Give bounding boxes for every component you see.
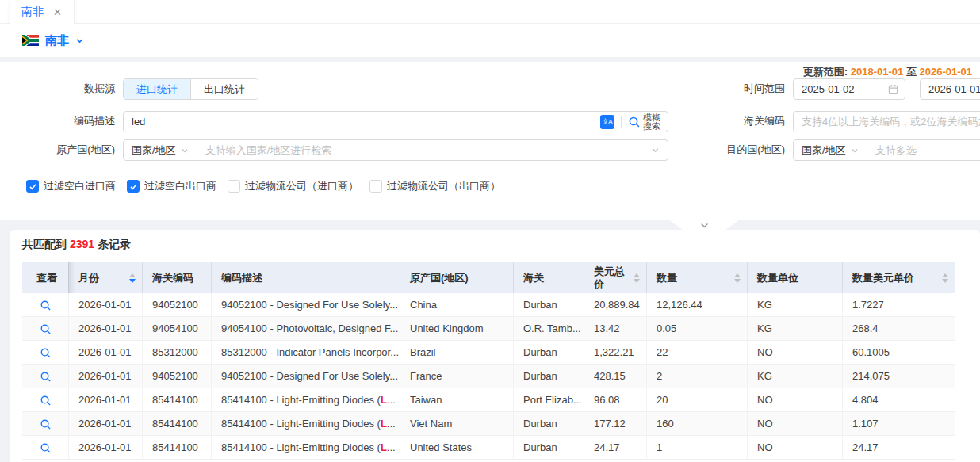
view-cell [22, 436, 69, 460]
cell-unit-price: 1.107 [843, 412, 955, 436]
calendar-icon [888, 84, 898, 94]
view-row-button[interactable] [40, 347, 52, 359]
checkbox-group: 过滤空白进口商过滤空白出口商过滤物流公司（进口商）过滤物流公司（出口商） [26, 179, 500, 193]
cell-hs-code: 85312000 [143, 341, 212, 365]
checkbox-icon[interactable] [228, 180, 240, 193]
view-row-button[interactable] [40, 300, 52, 311]
view-row-button[interactable] [40, 395, 52, 407]
hs-code-field[interactable] [794, 116, 980, 128]
cell-unit-price: 268.4 [843, 317, 955, 341]
chevron-down-icon[interactable] [75, 36, 84, 45]
column-header-1[interactable]: 月份 [69, 262, 143, 293]
cell-hs-code: 94052100 [143, 365, 212, 388]
column-header-9[interactable]: 数量美元单价 [843, 262, 955, 293]
origin-label: 原产国(地区) [0, 139, 115, 160]
chevron-down-icon [181, 147, 189, 155]
code-desc-label: 编码描述 [0, 111, 115, 132]
table-row: 2026-01-018541410085414100 - Light-Emitt… [22, 388, 955, 412]
fuzzy-search-button[interactable]: 模糊搜索 [628, 113, 668, 131]
cell-month: 2026-01-01 [69, 293, 143, 317]
cell-unit-price: 4.804 [843, 388, 955, 412]
filter-panel: 更新范围: 2018-01-01 至 2026-01-01 数据源 进口统计 出… [0, 62, 980, 220]
country-title[interactable]: 南非 [45, 33, 69, 48]
cell-customs: Port Elizab... [514, 388, 584, 412]
app-window: 南非 ✕ 南非 更新范围: 2018-01-01 至 2026-01-01 数据… [0, 0, 980, 462]
cell-unit: KG [748, 293, 843, 317]
hs-code-input[interactable] [793, 111, 980, 132]
checkbox-item-3[interactable]: 过滤物流公司（出口商） [369, 179, 500, 193]
cell-unit: NO [748, 388, 843, 412]
cell-quantity: 2 [647, 365, 748, 388]
page-header: 南非 [0, 24, 980, 57]
code-desc-input[interactable] [124, 116, 600, 128]
cell-quantity: 12,126.44 [647, 293, 748, 317]
view-cell [22, 388, 69, 412]
date-start-input[interactable] [793, 78, 905, 100]
view-cell [22, 293, 69, 317]
cell-customs: Durban [514, 436, 584, 460]
view-row-button[interactable] [40, 442, 52, 454]
sort-control[interactable] [629, 273, 640, 283]
update-range: 更新范围: 2018-01-01 至 2026-01-01 [803, 65, 972, 79]
origin-search-placeholder[interactable]: 支持输入国家/地区进行检索 [197, 143, 651, 158]
column-header-4: 原产国(地区) [400, 262, 514, 293]
table-row: 2026-01-019405410094054100 - Photovoltai… [22, 317, 955, 341]
cell-description: 85414100 - Light-Emitting Diodes (L... [212, 436, 400, 460]
date-end-input[interactable] [920, 78, 980, 100]
code-desc-input-group: 文A 模糊搜索 [123, 111, 668, 132]
table-row: 2026-01-018541410085414100 - Light-Emitt… [22, 436, 955, 460]
cell-description: 94052100 - Designed For Use Solely... [212, 365, 400, 388]
checkbox-item-2[interactable]: 过滤物流公司（进口商） [228, 179, 358, 193]
cell-total-usd: 177.12 [584, 412, 647, 436]
cell-description: 85414100 - Light-Emitting Diodes (L... [212, 412, 400, 436]
tab-export-stats[interactable]: 出口统计 [190, 79, 258, 99]
sort-control[interactable] [729, 273, 741, 283]
cell-unit: KG [748, 317, 843, 341]
cell-customs: Durban [514, 341, 584, 365]
destination-placeholder[interactable]: 支持多选 [867, 143, 980, 158]
sort-control[interactable] [937, 273, 948, 283]
checkbox-item-1[interactable]: 过滤空白出口商 [127, 179, 216, 193]
column-header-8: 数量单位 [748, 262, 843, 293]
chevron-down-icon[interactable] [651, 146, 660, 155]
cell-customs: Durban [514, 412, 584, 436]
date-start-value[interactable] [794, 83, 888, 95]
view-row-button[interactable] [40, 323, 52, 335]
close-icon[interactable]: ✕ [53, 7, 62, 17]
cell-hs-code: 85414100 [143, 436, 212, 460]
checkbox-icon[interactable] [26, 180, 39, 193]
column-header-7[interactable]: 数量 [647, 262, 748, 293]
cell-unit: KG [748, 365, 843, 388]
cell-hs-code: 94052100 [143, 293, 212, 317]
column-header-6[interactable]: 美元总价 [584, 262, 647, 293]
cell-customs: Durban [514, 365, 584, 388]
date-end-value[interactable] [921, 83, 980, 95]
cell-description: 94052100 - Designed For Use Solely... [212, 293, 400, 317]
cell-unit: NO [748, 412, 843, 436]
cell-month: 2026-01-01 [69, 436, 143, 460]
destination-country-select[interactable]: 国家/地区 [794, 140, 867, 160]
cell-quantity: 160 [647, 412, 748, 436]
cell-month: 2026-01-01 [69, 365, 143, 388]
cell-hs-code: 85414100 [143, 412, 212, 436]
cell-month: 2026-01-01 [69, 412, 143, 436]
checkbox-item-0[interactable]: 过滤空白进口商 [26, 179, 116, 193]
tab-south-africa[interactable]: 南非 ✕ [10, 0, 75, 24]
sort-control[interactable] [124, 273, 136, 283]
origin-country-select[interactable]: 国家/地区 [124, 140, 197, 160]
cell-origin: Taiwan [400, 388, 514, 412]
cell-month: 2026-01-01 [69, 317, 143, 341]
cell-month: 2026-01-01 [69, 341, 143, 365]
cell-customs: Durban [514, 293, 584, 317]
destination-select-group: 国家/地区 支持多选 [793, 139, 980, 161]
tab-import-stats[interactable]: 进口统计 [124, 79, 190, 99]
checkbox-icon[interactable] [127, 180, 140, 193]
match-summary: 共匹配到2391条记录 [22, 238, 131, 252]
view-row-button[interactable] [40, 418, 52, 430]
view-row-button[interactable] [40, 371, 52, 383]
checkbox-icon[interactable] [369, 180, 382, 193]
table-row: 2026-01-018531200085312000 - Indicator P… [22, 341, 955, 365]
cell-total-usd: 20,889.84 [584, 293, 647, 317]
translate-icon[interactable]: 文A [600, 115, 614, 129]
results-table: 查看月份海关编码编码描述原产国(地区)海关美元总价数量数量单位数量美元单价 20… [22, 262, 955, 460]
